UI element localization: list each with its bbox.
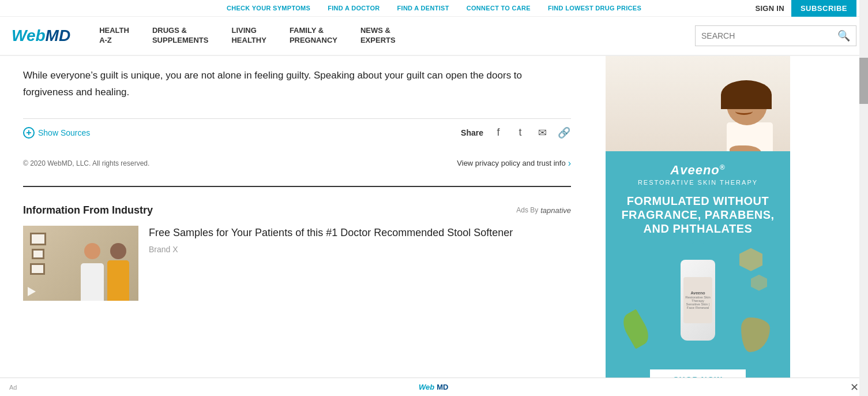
- connect-care-link[interactable]: CONNECT TO CARE: [467, 5, 531, 12]
- email-icon[interactable]: ✉: [535, 126, 549, 140]
- nav-items: HEALTHA-Z DRUGS &SUPPLEMENTS LIVINGHEALT…: [88, 21, 695, 50]
- bottom-webmd: WebMD: [419, 383, 448, 391]
- sign-in-link[interactable]: SIGN IN: [755, 4, 784, 13]
- scrollbar-thumb[interactable]: [859, 58, 868, 104]
- copyright-text: © 2020 WebMD, LLC. All rights reserved.: [23, 159, 149, 167]
- content-divider: [23, 186, 571, 187]
- bottle: Aveeno Restorative Skin Therapy Sensitiv…: [681, 260, 715, 341]
- woman-body: [727, 122, 773, 151]
- bottle-label-sub: Restorative Skin Therapy: [683, 296, 712, 302]
- nav-news-experts[interactable]: NEWS &EXPERTS: [349, 21, 407, 50]
- share-label: Share: [461, 128, 483, 137]
- logo[interactable]: WebMD: [12, 27, 70, 45]
- bottom-webmd-md: MD: [437, 383, 448, 391]
- wall-frame-2: [32, 249, 44, 259]
- industry-header: Information From Industry Ads By tapnati…: [23, 204, 571, 216]
- main-navigation: WebMD HEALTHA-Z DRUGS &SUPPLEMENTS LIVIN…: [0, 17, 868, 56]
- find-doctor-link[interactable]: FIND A DOCTOR: [328, 5, 379, 12]
- close-icon[interactable]: ✕: [850, 381, 859, 394]
- bottle-label-text: Aveeno: [690, 290, 705, 296]
- industry-section: Information From Industry Ads By tapnati…: [23, 199, 571, 318]
- play-triangle-icon: [28, 287, 36, 296]
- patient-figure: [104, 243, 133, 301]
- ad-image-inner: [23, 226, 138, 301]
- search-icon[interactable]: 🔍: [837, 29, 850, 42]
- aveeno-ad[interactable]: Aveeno® RESTORATIVE SKIN THERAPY FORMULA…: [606, 56, 790, 396]
- leaf-shape: [618, 309, 653, 349]
- footer-bar: © 2020 WebMD, LLC. All rights reserved. …: [23, 152, 571, 180]
- ad-text-area: Free Samples for Your Patients of this #…: [149, 226, 571, 254]
- hex-large: [739, 248, 762, 271]
- plus-circle-icon: +: [23, 127, 35, 139]
- aveeno-ad-bottom: Aveeno® RESTORATIVE SKIN THERAPY FORMULA…: [606, 151, 790, 396]
- nav-living-healthy[interactable]: LIVINGHEALTHY: [220, 21, 277, 50]
- bottle-pump: [692, 242, 704, 260]
- patient-head: [110, 243, 126, 259]
- bottom-ad-label: Ad: [9, 384, 17, 391]
- share-right: Share f t ✉ 🔗: [461, 126, 571, 140]
- woman-hands: [730, 145, 761, 151]
- aveeno-subheading: RESTORATIVE SKIN THERAPY: [617, 179, 779, 186]
- privacy-link[interactable]: View privacy policy and trust info ›: [457, 158, 571, 169]
- wall-frame-1: [30, 233, 46, 245]
- patient-body: [107, 260, 129, 301]
- link-icon[interactable]: 🔗: [557, 126, 571, 140]
- show-sources-button[interactable]: + Show Sources: [23, 127, 90, 139]
- nav-family-pregnancy[interactable]: FAMILY &PREGNANCY: [278, 21, 349, 50]
- woman-background: [606, 56, 790, 151]
- article-body: While everyone’s guilt is unique, you ar…: [23, 68, 571, 101]
- scrollbar[interactable]: [859, 0, 868, 396]
- doctor-head: [84, 243, 100, 259]
- main-content: While everyone’s guilt is unique, you ar…: [0, 56, 588, 396]
- tapnative-label: tapnative: [540, 206, 571, 215]
- bottle-label-detail: Sensitive Skin | Face Renewal: [683, 302, 712, 309]
- bottom-webmd-text: Web: [419, 383, 434, 391]
- top-navigation: CHECK YOUR SYMPTOMS FIND A DOCTOR FIND A…: [0, 0, 868, 17]
- sidebar: Aveeno® RESTORATIVE SKIN THERAPY FORMULA…: [588, 56, 807, 396]
- page-bottom-bar: Ad WebMD ✕: [0, 378, 868, 396]
- ad-image: [23, 226, 138, 301]
- find-dentist-link[interactable]: FIND A DENTIST: [397, 5, 449, 12]
- subscribe-button[interactable]: SUBSCRIBE: [791, 0, 856, 17]
- lowest-drug-prices-link[interactable]: FIND LOWEST DRUG PRICES: [548, 5, 641, 12]
- ads-by-label: Ads By: [516, 206, 538, 214]
- twitter-icon[interactable]: t: [513, 126, 527, 140]
- doctor-figure: [78, 243, 107, 301]
- hex-small: [751, 275, 767, 291]
- leaf-decoration: [626, 312, 646, 346]
- bottle-pump-nozzle: [689, 238, 707, 242]
- industry-title: Information From Industry: [23, 204, 153, 216]
- oat-decoration: [741, 317, 770, 352]
- wall-frame-3: [30, 263, 45, 275]
- chevron-right-icon: ›: [568, 158, 571, 169]
- nav-drugs-supplements[interactable]: DRUGS &SUPPLEMENTS: [141, 21, 220, 50]
- bottle-area: Aveeno Restorative Skin Therapy Sensitiv…: [617, 242, 779, 358]
- woman-hair: [721, 80, 772, 109]
- aveeno-headline: FORMULATED WITHOUT FRAGRANCE, PARABENS, …: [617, 194, 779, 236]
- logo-md: MD: [46, 27, 71, 44]
- ad-brand: Brand X: [149, 245, 571, 254]
- share-bar: + Show Sources Share f t ✉ 🔗: [23, 118, 571, 147]
- facebook-icon[interactable]: f: [491, 126, 505, 140]
- auth-area: SIGN IN SUBSCRIBE: [755, 0, 856, 17]
- show-sources-label: Show Sources: [38, 128, 90, 137]
- woman-figure: [727, 85, 773, 151]
- page-layout: While everyone’s guilt is unique, you ar…: [0, 56, 868, 396]
- logo-web: Web: [12, 27, 46, 44]
- woman-head: [727, 85, 767, 125]
- aveeno-ad-top: [606, 56, 790, 151]
- doctor-body: [81, 263, 104, 301]
- bottle-label: Aveeno Restorative Skin Therapy Sensitiv…: [683, 277, 712, 323]
- ad-card[interactable]: Free Samples for Your Patients of this #…: [23, 226, 571, 301]
- privacy-link-text: View privacy policy and trust info: [457, 159, 565, 167]
- aveeno-brand: Aveeno®: [617, 163, 779, 178]
- ad-headline: Free Samples for Your Patients of this #…: [149, 226, 571, 240]
- woman-smile: [735, 108, 753, 115]
- check-symptoms-link[interactable]: CHECK YOUR SYMPTOMS: [227, 5, 310, 12]
- ads-by: Ads By tapnative: [516, 206, 571, 215]
- nav-health-az[interactable]: HEALTHA-Z: [88, 21, 141, 50]
- search-input[interactable]: [701, 31, 837, 40]
- hex-decorations: [739, 248, 767, 291]
- search-box: 🔍: [695, 25, 856, 46]
